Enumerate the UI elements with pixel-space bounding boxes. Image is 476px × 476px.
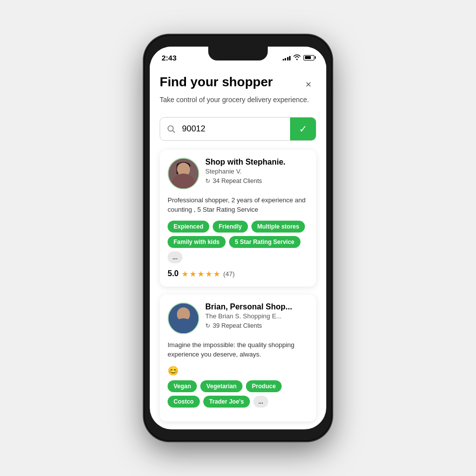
shopper-name-stephanie: Shop with Stephanie. — [205, 158, 308, 167]
tag-family-with-kids[interactable]: Family with kids — [168, 236, 226, 248]
svg-point-10 — [183, 313, 187, 317]
refresh-icon: ↻ — [205, 178, 210, 184]
svg-point-9 — [178, 313, 183, 317]
tag-trader-joes[interactable]: Trader Joe's — [203, 396, 250, 408]
tags-container-brian: Vegan Vegetarian Produce Costco Trader J… — [168, 380, 308, 408]
search-icon — [167, 124, 176, 133]
rating-row-stephanie: 5.0 ★ ★ ★ ★ ★ (47) — [168, 269, 308, 279]
shopper-header-stephanie: Shop with Stephanie. Stephanie V. ↻ 34 R… — [168, 158, 308, 189]
tag-costco[interactable]: Costco — [168, 396, 200, 408]
phone-shell: 2:43 — [144, 35, 332, 441]
screen: 2:43 — [150, 47, 326, 429]
status-icons — [283, 54, 315, 61]
brian-emoji: 😊 — [168, 365, 308, 376]
star-5: ★ — [213, 269, 220, 279]
shopper-card-stephanie[interactable]: Shop with Stephanie. Stephanie V. ↻ 34 R… — [160, 150, 316, 287]
tag-produce[interactable]: Produce — [246, 380, 282, 392]
tag-vegan[interactable]: Vegan — [168, 380, 197, 392]
svg-rect-3 — [173, 179, 193, 189]
shopper-name-brian: Brian, Personal Shop... — [205, 302, 308, 311]
battery-icon — [303, 55, 314, 60]
svg-rect-5 — [177, 166, 178, 174]
close-icon: × — [305, 79, 311, 89]
tags-container-stephanie: Expienced Friendly Multiple stores Famil… — [168, 221, 308, 263]
tag-more-brian[interactable]: ... — [253, 396, 268, 408]
repeat-clients-count-brian: 39 Repeat Clients — [213, 322, 262, 329]
battery-fill — [305, 56, 311, 59]
svg-point-4 — [177, 162, 190, 169]
tag-expienced[interactable]: Expienced — [168, 221, 209, 233]
avatar-brian — [168, 302, 199, 334]
star-3: ★ — [197, 269, 204, 279]
rating-number-stephanie: 5.0 — [168, 269, 178, 278]
star-4: ★ — [205, 269, 212, 279]
shopper-info-stephanie: Shop with Stephanie. Stephanie V. ↻ 34 R… — [205, 158, 308, 184]
search-bar: ✓ — [160, 117, 316, 141]
star-2: ★ — [189, 269, 196, 279]
search-icon-wrap — [160, 124, 182, 133]
signal-bar-4 — [289, 56, 291, 60]
close-button[interactable]: × — [300, 76, 316, 92]
page-subtitle: Take control of your grocery delivery ex… — [160, 95, 316, 105]
shopper-description-brian: Imagine the impossible: the quality shop… — [168, 340, 308, 359]
tag-vegetarian[interactable]: Vegetarian — [200, 380, 242, 392]
content-area: Find your shopper × Take control of your… — [150, 68, 326, 429]
repeat-clients-brian: ↻ 39 Repeat Clients — [205, 322, 308, 329]
tag-more-stephanie[interactable]: ... — [168, 251, 182, 263]
check-icon: ✓ — [299, 123, 307, 135]
svg-point-7 — [177, 308, 190, 321]
signal-bar-1 — [283, 59, 284, 60]
search-input[interactable] — [182, 124, 290, 134]
page-title: Find your shopper — [160, 74, 273, 90]
stars-stephanie: ★ ★ ★ ★ ★ — [181, 269, 220, 279]
status-bar: 2:43 — [150, 47, 326, 68]
shopper-info-brian: Brian, Personal Shop... The Brian S. Sho… — [205, 302, 308, 329]
svg-rect-6 — [169, 303, 198, 333]
tag-friendly[interactable]: Friendly — [213, 221, 248, 233]
star-1: ★ — [181, 269, 188, 279]
review-count-stephanie: (47) — [223, 270, 235, 278]
repeat-clients-stephanie: ↻ 34 Repeat Clients — [205, 178, 308, 184]
shopper-description-stephanie: Professional shopper, 2 years of experie… — [168, 195, 308, 215]
stephanie-avatar-svg — [169, 158, 198, 189]
repeat-clients-count-stephanie: 34 Repeat Clients — [213, 178, 262, 184]
shopper-header-brian: Brian, Personal Shop... The Brian S. Sho… — [168, 302, 308, 334]
page-header: Find your shopper × Take control of your… — [160, 68, 316, 113]
shopper-handle-brian: The Brian S. Shopping E... — [205, 312, 308, 320]
svg-point-2 — [177, 163, 190, 176]
status-time: 2:43 — [162, 54, 177, 62]
svg-rect-1 — [169, 159, 198, 188]
search-confirm-button[interactable]: ✓ — [290, 117, 316, 141]
signal-bar-3 — [287, 57, 289, 60]
shopper-handle-stephanie: Stephanie V. — [205, 168, 308, 175]
refresh-icon-brian: ↻ — [205, 322, 210, 329]
brian-avatar-svg — [169, 302, 198, 334]
tag-multiple-stores[interactable]: Multiple stores — [251, 221, 305, 233]
tag-5-star[interactable]: 5 Star Rating Service — [229, 236, 300, 248]
avatar-stephanie — [168, 158, 199, 189]
notch — [208, 47, 268, 60]
signal-bar-2 — [285, 58, 286, 60]
svg-point-0 — [168, 125, 174, 131]
header-title-row: Find your shopper × — [160, 74, 316, 92]
signal-bars-icon — [283, 55, 291, 60]
svg-rect-8 — [173, 324, 193, 334]
wifi-icon — [293, 54, 301, 61]
phone-wrapper: 2:43 — [134, 25, 342, 451]
shopper-card-brian[interactable]: Brian, Personal Shop... The Brian S. Sho… — [160, 295, 316, 421]
